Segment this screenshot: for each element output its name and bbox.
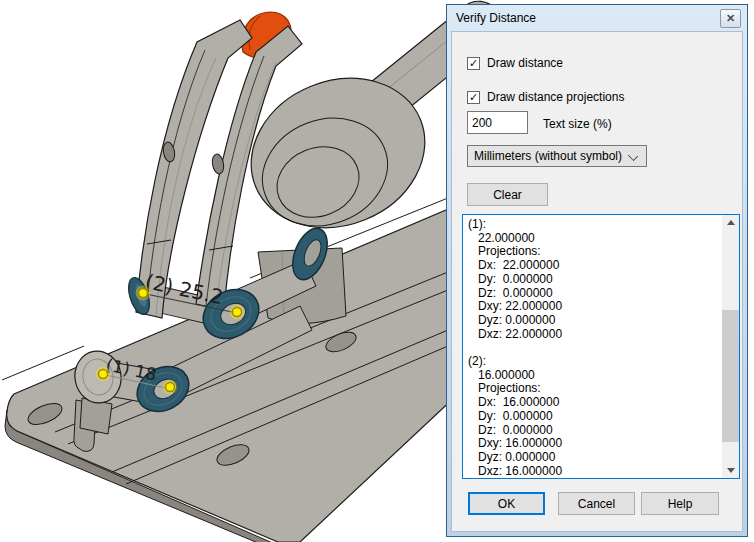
chevron-down-icon — [628, 151, 638, 161]
measure-point-1b[interactable] — [163, 380, 178, 395]
dialog-body: ✓ Draw distance ✓ Draw distance projecti… — [451, 31, 743, 532]
check-icon: ✓ — [469, 57, 478, 69]
results-box[interactable]: (1): 22.000000 Projections: Dx: 22.00000… — [462, 214, 740, 479]
text-size-input[interactable] — [467, 111, 528, 134]
scroll-down-button[interactable] — [722, 463, 739, 478]
checkbox-label: Draw distance — [487, 56, 563, 70]
close-button[interactable]: ✕ — [720, 9, 741, 28]
text-size-label: Text size (%) — [543, 117, 612, 131]
checkbox-row-draw-distance[interactable]: ✓ Draw distance — [467, 56, 563, 70]
units-selected: Millimeters (without symbol) — [474, 149, 622, 163]
clear-button[interactable]: Clear — [467, 183, 548, 206]
results-text: (1): 22.000000 Projections: Dx: 22.00000… — [468, 218, 719, 478]
units-dropdown[interactable]: Millimeters (without symbol) — [467, 145, 647, 167]
checkbox-row-draw-projections[interactable]: ✓ Draw distance projections — [467, 90, 624, 104]
measure-point-1a[interactable] — [96, 367, 111, 382]
dialog-titlebar[interactable]: Verify Distance ✕ — [447, 5, 747, 31]
ok-button[interactable]: OK — [468, 492, 545, 515]
checkbox-draw-distance[interactable]: ✓ — [467, 57, 480, 70]
scroll-up-icon — [727, 220, 735, 225]
checkbox-draw-projections[interactable]: ✓ — [467, 91, 480, 104]
cancel-button[interactable]: Cancel — [558, 492, 635, 515]
dialog-title: Verify Distance — [456, 11, 536, 25]
scroll-up-button[interactable] — [722, 215, 739, 230]
scrollbar[interactable] — [722, 215, 739, 478]
scroll-down-icon — [727, 468, 735, 473]
close-icon: ✕ — [726, 12, 735, 25]
check-icon: ✓ — [469, 91, 478, 103]
help-button[interactable]: Help — [641, 492, 719, 515]
checkbox-label: Draw distance projections — [487, 90, 624, 104]
measure-point-2a[interactable] — [136, 286, 151, 301]
measure-point-2b[interactable] — [230, 305, 245, 320]
scrollbar-thumb[interactable] — [722, 310, 739, 442]
verify-distance-dialog: Verify Distance ✕ ✓ Draw distance ✓ Draw… — [446, 4, 748, 537]
